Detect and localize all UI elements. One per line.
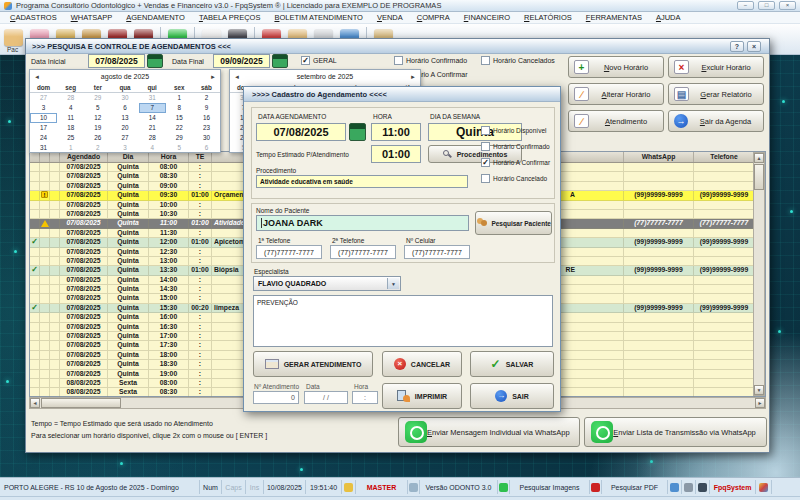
minimize-icon[interactable]: − — [737, 1, 754, 10]
status-segment-pesquisar-imagens[interactable]: Pesquisar Imagens — [510, 480, 590, 494]
calendar-day[interactable]: 18 — [57, 123, 84, 133]
salvar-button[interactable]: ✓ SALVAR — [470, 351, 554, 377]
pesquisar-paciente-button[interactable]: Pesquisar Paciente — [475, 211, 552, 235]
menu-financeiro[interactable]: FINANCEIRO — [457, 13, 517, 22]
data-inicial-calendar-icon[interactable] — [147, 54, 163, 68]
prev-month-icon[interactable]: ◄ — [234, 73, 240, 81]
filter-checkbox-geral[interactable]: ✓GERAL — [301, 56, 337, 65]
menu-venda[interactable]: VENDA — [370, 13, 410, 22]
status-segment-pesquisar-pdf[interactable]: Pesquisar PDF — [602, 480, 668, 494]
calendar-day[interactable]: 14 — [139, 113, 166, 123]
status-segment-logo-icon[interactable] — [756, 480, 772, 494]
restore-icon[interactable]: □ — [758, 1, 775, 10]
computer-icon[interactable] — [409, 483, 418, 492]
especialista-select[interactable]: FLAVIO QUADRADO ▼ — [253, 276, 401, 291]
calendar-day[interactable]: 2 — [193, 93, 220, 103]
tel1-field[interactable]: (77)77777-7777 — [256, 245, 322, 259]
calendar-day[interactable]: 5 — [84, 103, 111, 113]
window-close-icon[interactable]: × — [747, 41, 761, 52]
imprimir-button[interactable]: IMPRIMIR — [382, 383, 462, 409]
menu-agendamento[interactable]: AGENDAMENTO — [119, 13, 192, 22]
col-header-hora[interactable]: Hora — [149, 152, 189, 162]
celular-field[interactable]: (77)77777-7777 — [404, 245, 470, 259]
atendimento-button[interactable]: ∕Atendimento — [568, 110, 664, 132]
next-month-icon[interactable]: ► — [210, 73, 216, 81]
calendar-day[interactable]: 7 — [139, 103, 166, 113]
status-segment-pdf-icon[interactable] — [590, 480, 602, 494]
vertical-scrollbar[interactable]: ▲ ▼ — [753, 152, 765, 396]
gerar-relato-rio-button[interactable]: ▤Gerar Relatório — [668, 83, 764, 105]
monitor-icon[interactable] — [698, 483, 707, 492]
col-header-icon-1[interactable] — [40, 152, 50, 162]
sair-da-agenda-button[interactable]: →Sair da Agenda — [668, 110, 764, 132]
calendar-day[interactable]: 11 — [57, 113, 84, 123]
calendar-day[interactable]: 9 — [193, 103, 220, 113]
pdf-icon[interactable] — [591, 483, 600, 492]
menu-relato-rios[interactable]: RELATÓRIOS — [517, 13, 579, 22]
calendar-day[interactable]: 3 — [30, 103, 57, 113]
status-segment-images-icon[interactable] — [668, 480, 682, 494]
nome-paciente-field[interactable]: JOANA DARK — [256, 215, 469, 231]
alterar-hora-rio-button[interactable]: ∕Alterar Horário — [568, 83, 664, 105]
calendar-day[interactable]: 1 — [57, 143, 84, 153]
calendar-day[interactable]: 6 — [111, 103, 138, 113]
calendar-day[interactable]: 4 — [57, 103, 84, 113]
status-segment-whatsapp-icon[interactable] — [498, 480, 510, 494]
horizontal-scroll-thumb[interactable] — [41, 398, 121, 408]
calendar-day[interactable]: 16 — [193, 113, 220, 123]
col-header-telefone[interactable]: Telefone — [694, 152, 755, 162]
next-month-icon[interactable]: ► — [410, 73, 416, 81]
status-segment-key-icon[interactable] — [342, 480, 356, 494]
calendar-day[interactable]: 25 — [57, 133, 84, 143]
dialog-checkbox-hora-rio-confirmado[interactable]: Horário Confirmado — [481, 142, 550, 151]
data-final-calendar-icon[interactable] — [272, 54, 288, 68]
filter-checkbox-hora-rio-cancelados[interactable]: Horário Cancelados — [481, 56, 555, 65]
agenda-window-titlebar[interactable]: >>> PESQUISA E CONTROLE DE AGENDAMENTOS … — [26, 39, 769, 54]
status-segment-monitor-icon[interactable] — [696, 480, 710, 494]
col-header-whatsapp[interactable]: WhatsApp — [624, 152, 694, 162]
printer-icon[interactable] — [684, 483, 693, 492]
logo-icon[interactable] — [759, 483, 768, 492]
calendar-day[interactable]: 28 — [139, 133, 166, 143]
col-header-agendado[interactable]: Agendado — [60, 152, 108, 162]
scroll-down-icon[interactable]: ▼ — [754, 385, 764, 395]
prevencao-textarea[interactable]: PREVENÇÃO — [253, 295, 553, 347]
whatsapp-icon[interactable] — [499, 483, 508, 492]
calendar-day[interactable]: 28 — [57, 93, 84, 103]
tempo-estimado-field[interactable]: 01:00 — [371, 145, 421, 163]
menu-ferramentas[interactable]: FERRAMENTAS — [579, 13, 649, 22]
calendar-day[interactable]: 2 — [84, 143, 111, 153]
data-agendamento-field[interactable]: 07/08/2025 — [256, 123, 346, 141]
whatsapp-broadcast-button[interactable]: Enviar Lista de Transmissão via WhatsApp — [584, 417, 767, 447]
data-inicial-field[interactable]: 07/08/2025 — [88, 54, 145, 68]
calendar-day[interactable]: 24 — [30, 133, 57, 143]
calendar-day[interactable]: 26 — [84, 133, 111, 143]
col-header-dia[interactable]: Dia — [108, 152, 149, 162]
calendar-day[interactable]: 13 — [111, 113, 138, 123]
calendar-day[interactable]: 17 — [30, 123, 57, 133]
excluir-hora-rio-button[interactable]: ×Excluir Horário — [668, 56, 764, 78]
calendar-day[interactable]: 5 — [166, 143, 193, 153]
menu-compra[interactable]: COMPRA — [410, 13, 457, 22]
calendar-day[interactable]: 30 — [111, 93, 138, 103]
calendar-day[interactable]: 19 — [84, 123, 111, 133]
cancelar-button[interactable]: × CANCELAR — [382, 351, 462, 377]
data-final-field[interactable]: 09/09/2025 — [213, 54, 270, 68]
calendar-day[interactable]: 22 — [166, 123, 193, 133]
scroll-right-icon[interactable]: ► — [755, 398, 765, 408]
patient-icon[interactable] — [4, 29, 23, 46]
col-header-te[interactable]: TE — [189, 152, 212, 162]
scroll-left-icon[interactable]: ◄ — [30, 398, 40, 408]
dialog-checkbox-hora-rio-cancelado[interactable]: Horário Cancelado — [481, 174, 547, 183]
gerar-atendimento-button[interactable]: GERAR ATENDIMENTO — [253, 351, 373, 377]
calendar-day[interactable]: 10 — [30, 113, 57, 123]
calendar-day[interactable]: 31 — [139, 93, 166, 103]
appointment-dialog-titlebar[interactable]: >>>> Cadastro do Agendamento <<<< — [244, 87, 560, 102]
calendar-day[interactable]: 29 — [84, 93, 111, 103]
calendar-day[interactable]: 4 — [139, 143, 166, 153]
filter-checkbox-hora-rio-confirmado[interactable]: Horário Confirmado — [394, 56, 467, 65]
help-icon[interactable]: ? — [730, 41, 744, 52]
calendar-day[interactable]: 31 — [30, 143, 57, 153]
hora-field[interactable]: 11:00 — [371, 123, 421, 141]
dialog-checkbox-hora-rio-disponi-vel[interactable]: Horário Disponível — [481, 126, 546, 135]
